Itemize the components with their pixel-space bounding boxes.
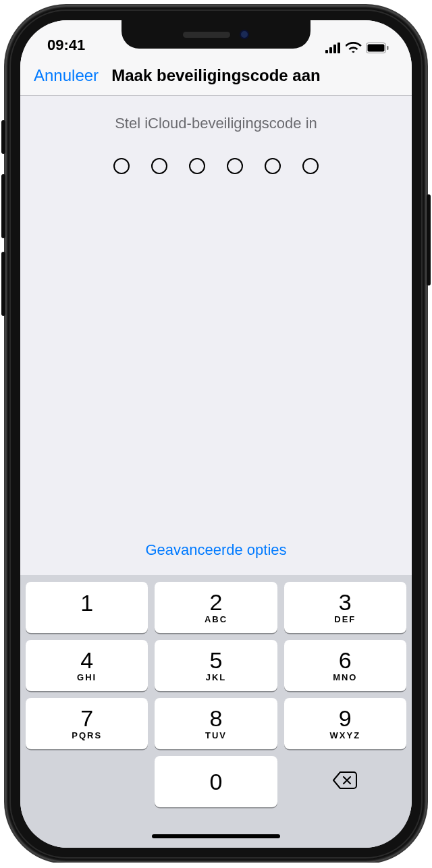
key-digit: 0 — [210, 770, 223, 793]
key-digit: 9 — [339, 707, 352, 730]
key-digit: 8 — [210, 707, 223, 730]
nav-bar: Annuleer Maak beveiligingscode aan — [20, 55, 412, 96]
notch — [122, 20, 310, 49]
home-indicator[interactable] — [152, 834, 280, 838]
passcode-dots — [113, 158, 319, 174]
prompt-label: Stel iCloud-beveiligingscode in — [115, 115, 317, 132]
cancel-button[interactable]: Annuleer — [34, 66, 99, 85]
backspace-icon — [332, 771, 358, 792]
passcode-dot — [265, 158, 281, 174]
key-digit: 2 — [210, 591, 223, 614]
passcode-dot — [227, 158, 243, 174]
key-letters: DEF — [334, 614, 356, 624]
passcode-dot — [189, 158, 205, 174]
key-5[interactable]: 5 JKL — [155, 640, 277, 691]
mute-switch — [1, 120, 5, 154]
key-1[interactable]: 1 — [26, 582, 148, 633]
battery-icon — [366, 43, 389, 53]
key-0[interactable]: 0 — [155, 756, 277, 807]
key-letters: GHI — [77, 672, 97, 682]
front-camera — [240, 30, 249, 39]
key-digit: 7 — [80, 707, 93, 730]
key-digit: 1 — [80, 591, 93, 614]
status-time: 09:41 — [47, 36, 85, 54]
power-button — [427, 194, 431, 286]
key-6[interactable]: 6 MNO — [284, 640, 406, 691]
key-digit: 5 — [210, 649, 223, 672]
svg-rect-1 — [368, 45, 385, 52]
key-letters: JKL — [206, 672, 227, 682]
key-2[interactable]: 2 ABC — [155, 582, 277, 633]
passcode-dot — [302, 158, 319, 174]
key-3[interactable]: 3 DEF — [284, 582, 406, 633]
key-letters: PQRS — [72, 730, 102, 740]
key-blank — [26, 756, 148, 807]
key-7[interactable]: 7 PQRS — [26, 698, 148, 749]
cellular-signal-icon — [325, 43, 342, 53]
key-9[interactable]: 9 WXYZ — [284, 698, 406, 749]
svg-rect-2 — [387, 46, 389, 50]
screen: 09:41 Annuleer Maak beveiligingscode aan… — [20, 20, 412, 848]
key-digit: 6 — [339, 649, 352, 672]
volume-up-button — [1, 174, 5, 238]
content-area: Stel iCloud-beveiligingscode in Geavance… — [20, 96, 412, 575]
advanced-options-button[interactable]: Geavanceerde opties — [145, 541, 286, 559]
key-letters: ABC — [205, 614, 227, 624]
keypad: 1 2 ABC 3 DEF 4 GHI 5 JKL — [26, 582, 406, 807]
phone-frame: 09:41 Annuleer Maak beveiligingscode aan… — [5, 5, 427, 863]
keypad-area: 1 2 ABC 3 DEF 4 GHI 5 JKL — [20, 575, 412, 848]
speaker-grille — [183, 32, 230, 38]
passcode-dot — [113, 158, 130, 174]
key-letters: TUV — [205, 730, 227, 740]
key-letters: MNO — [333, 672, 357, 682]
wifi-icon — [346, 42, 362, 54]
key-8[interactable]: 8 TUV — [155, 698, 277, 749]
key-digit: 4 — [80, 649, 93, 672]
passcode-dot — [151, 158, 167, 174]
volume-down-button — [1, 252, 5, 316]
key-letters: WXYZ — [330, 730, 361, 740]
backspace-button[interactable] — [284, 756, 406, 807]
key-4[interactable]: 4 GHI — [26, 640, 148, 691]
key-digit: 3 — [339, 591, 352, 614]
status-right — [325, 42, 389, 54]
